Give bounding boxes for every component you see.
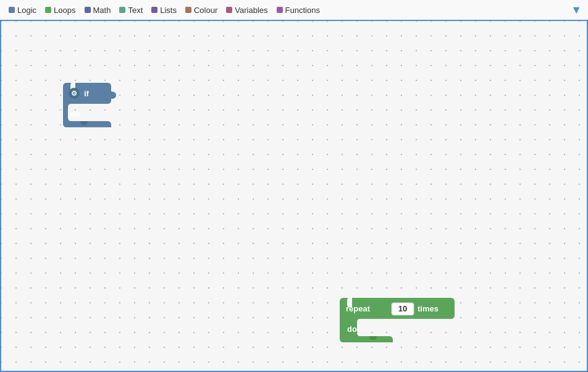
repeat-block[interactable]: repeat 10 times do [340,298,463,328]
toolbar-dropdown-arrow[interactable]: ▼ [571,4,582,15]
toolbar-label-functions: Functions [285,6,320,15]
functions-color-dot [277,7,283,13]
toolbar-label-text: Text [128,6,143,15]
toolbar-item-text[interactable]: Text [116,3,146,17]
if-block-svg: ⚙ if do [63,83,119,127]
lists-color-dot [151,7,158,13]
toolbar: Logic Loops Math Text Lists Colour Varia… [0,0,588,21]
blockly-canvas[interactable]: ⚙ if do repeat 10 times do [0,21,588,372]
toolbar-item-variables[interactable]: Variables [222,3,271,17]
toolbar-label-colour: Colour [194,6,217,15]
variables-color-dot [226,7,232,13]
toolbar-item-colour[interactable]: Colour [182,3,221,17]
if-label: if [84,89,90,98]
if-notch-right [111,91,116,99]
toolbar-label-variables: Variables [235,6,267,15]
repeat-label: repeat [346,304,371,313]
toolbar-item-loops[interactable]: Loops [41,3,79,17]
toolbar-item-math[interactable]: Math [81,3,115,17]
repeat-block-svg: repeat 10 times do [340,298,463,342]
math-color-dot [85,7,91,13]
times-label: times [418,304,439,313]
repeat-value: 10 [398,304,407,313]
do-label: do [70,109,80,119]
toolbar-label-lists: Lists [160,6,177,15]
toolbar-item-lists[interactable]: Lists [148,3,180,17]
do-label-repeat: do [347,324,357,334]
text-color-dot [119,7,125,13]
loops-color-dot [45,7,51,13]
toolbar-item-logic[interactable]: Logic [5,3,40,17]
if-block[interactable]: ⚙ if do [63,83,119,129]
toolbar-item-functions[interactable]: Functions [273,3,324,17]
toolbar-label-math: Math [93,6,111,15]
toolbar-label-loops: Loops [54,6,75,15]
colour-color-dot [185,7,191,13]
logic-color-dot [9,7,15,13]
toolbar-label-logic: Logic [17,6,36,15]
svg-text:⚙: ⚙ [71,90,77,97]
